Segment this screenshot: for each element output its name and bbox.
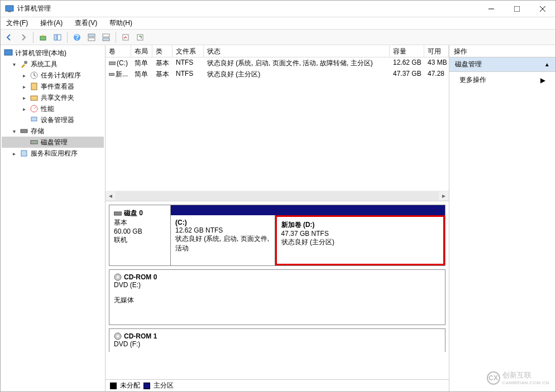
actions-header: 操作: [449, 45, 555, 57]
legend-primary: 主分区: [154, 381, 174, 390]
disk-label: CD-ROM 1 DVD (F:): [109, 329, 445, 352]
performance-icon: [30, 104, 39, 113]
menu-view[interactable]: 查看(V): [73, 17, 99, 29]
menu-help[interactable]: 帮助(H): [107, 17, 135, 29]
svg-rect-17: [4, 50, 12, 55]
svg-rect-24: [21, 129, 27, 133]
menu-file[interactable]: 文件(F): [4, 17, 30, 29]
disk-row-cdrom0[interactable]: CD-ROM 0 DVD (E:) 无媒体: [109, 269, 445, 325]
storage-icon: [20, 127, 28, 135]
device-icon: [30, 115, 39, 124]
view-bottom-button[interactable]: [100, 31, 112, 43]
up-button[interactable]: [37, 31, 49, 43]
partition-d[interactable]: 新加卷 (D:) 47.37 GB NTFS 状态良好 (主分区): [275, 215, 445, 265]
svg-rect-14: [103, 38, 109, 41]
tree-storage[interactable]: ▾存储: [2, 125, 104, 137]
col-filesystem[interactable]: 文件系统: [172, 45, 204, 57]
collapse-icon[interactable]: ▲: [544, 61, 550, 67]
volume-row[interactable]: 新... 简单 基本 NTFS 状态良好 (主分区) 47.37 GB 47.2…: [106, 69, 449, 80]
col-status[interactable]: 状态: [204, 45, 390, 57]
volume-row[interactable]: (C:) 简单 基本 NTFS 状态良好 (系统, 启动, 页面文件, 活动, …: [106, 57, 449, 69]
svg-rect-27: [21, 151, 27, 156]
maximize-button[interactable]: [504, 1, 530, 17]
tree-services-apps[interactable]: ▸服务和应用程序: [2, 148, 104, 159]
partition-header-bar: [171, 205, 445, 215]
watermark-logo-icon: CX: [487, 371, 500, 385]
col-layout[interactable]: 布局: [131, 45, 152, 57]
tree-device-manager[interactable]: 设备管理器: [2, 114, 104, 125]
disk-graphical-view: 磁盘 0 基本 60.00 GB 联机 (C:) 12.62 GB NTFS 状…: [106, 201, 449, 379]
legend-swatch-unallocated: [110, 383, 117, 389]
tree-event-viewer[interactable]: ▸事件查看器: [2, 81, 104, 92]
svg-point-26: [36, 142, 37, 143]
refresh-button[interactable]: [134, 31, 146, 43]
view-top-button[interactable]: [85, 31, 98, 43]
actions-more[interactable]: 更多操作 ▶: [449, 72, 555, 88]
caret-right-icon[interactable]: ▸: [21, 106, 27, 112]
show-hide-tree-button[interactable]: [51, 31, 64, 43]
horizontal-scrollbar[interactable]: ◂ ▸: [106, 191, 449, 201]
tree-root[interactable]: 计算机管理(本地): [2, 47, 104, 59]
actions-section[interactable]: 磁盘管理 ▲: [449, 57, 555, 72]
minimize-button[interactable]: [478, 1, 504, 17]
caret-down-icon[interactable]: ▾: [11, 61, 17, 67]
caret-right-icon[interactable]: ▸: [21, 84, 27, 90]
disk-row-disk0[interactable]: 磁盘 0 基本 60.00 GB 联机 (C:) 12.62 GB NTFS 状…: [109, 205, 445, 266]
disk-label: CD-ROM 0 DVD (E:) 无媒体: [109, 270, 445, 325]
titlebar: 计算机管理: [1, 1, 555, 17]
svg-rect-8: [57, 35, 61, 40]
svg-point-34: [117, 335, 119, 337]
disk-row-cdrom1[interactable]: CD-ROM 1 DVD (F:): [109, 328, 445, 352]
svg-point-32: [117, 276, 119, 278]
caret-down-icon[interactable]: ▾: [11, 128, 17, 134]
services-icon: [20, 149, 28, 158]
svg-rect-29: [109, 73, 114, 75]
col-volume[interactable]: 卷: [106, 45, 131, 57]
disk-icon: [114, 210, 122, 217]
scroll-left-icon[interactable]: ◂: [106, 191, 116, 200]
cdrom-icon: [114, 332, 122, 340]
svg-rect-23: [31, 117, 37, 121]
event-icon: [30, 82, 39, 91]
tree-system-tools[interactable]: ▾系统工具: [2, 59, 104, 70]
tree-performance[interactable]: ▸性能: [2, 103, 104, 114]
scroll-right-icon[interactable]: ▸: [439, 191, 449, 200]
tree-task-scheduler[interactable]: ▸任务计划程序: [2, 70, 104, 81]
svg-rect-1: [8, 11, 11, 12]
volume-list: 卷 布局 类型 文件系统 状态 容量 可用空 (C:) 简单 基本 NTFS 状…: [106, 45, 449, 201]
caret-right-icon[interactable]: ▸: [11, 151, 17, 157]
col-capacity[interactable]: 容量: [390, 45, 424, 57]
properties-button[interactable]: [119, 31, 132, 43]
back-button[interactable]: [3, 31, 15, 43]
svg-rect-20: [31, 83, 37, 90]
caret-right-icon[interactable]: ▸: [21, 95, 27, 101]
svg-rect-21: [31, 96, 37, 100]
nav-tree: 计算机管理(本地) ▾系统工具 ▸任务计划程序 ▸事件查看器 ▸共享文件夹 ▸性…: [1, 45, 106, 391]
close-button[interactable]: [530, 1, 555, 17]
svg-rect-12: [88, 38, 95, 41]
disk-icon: [30, 138, 39, 147]
window-title: 计算机管理: [17, 4, 478, 13]
legend-unallocated: 未分配: [120, 381, 140, 390]
partition-c[interactable]: (C:) 12.62 GB NTFS 状态良好 (系统, 启动, 页面文件, 活…: [171, 215, 275, 265]
col-type[interactable]: 类型: [152, 45, 172, 57]
svg-rect-16: [137, 35, 143, 40]
svg-point-18: [24, 61, 27, 64]
svg-rect-11: [88, 34, 95, 37]
svg-rect-7: [54, 35, 57, 40]
tree-disk-management[interactable]: 磁盘管理: [2, 137, 104, 148]
tree-shared-folders[interactable]: ▸共享文件夹: [2, 92, 104, 103]
tools-icon: [20, 60, 28, 69]
svg-rect-28: [109, 62, 116, 65]
computer-icon: [4, 49, 13, 57]
help-button[interactable]: ?: [71, 31, 83, 43]
forward-button[interactable]: [17, 31, 30, 43]
menu-action[interactable]: 操作(A): [38, 17, 65, 29]
caret-right-icon[interactable]: ▸: [21, 72, 27, 79]
drive-icon: [109, 71, 114, 77]
chevron-right-icon: ▶: [540, 76, 545, 84]
svg-rect-0: [6, 6, 13, 11]
watermark: CX 创新互联 CAMBRIAN.COM.CN: [487, 370, 549, 385]
disk-label: 磁盘 0 基本 60.00 GB 联机: [109, 205, 171, 265]
col-free[interactable]: 可用空: [424, 45, 449, 57]
